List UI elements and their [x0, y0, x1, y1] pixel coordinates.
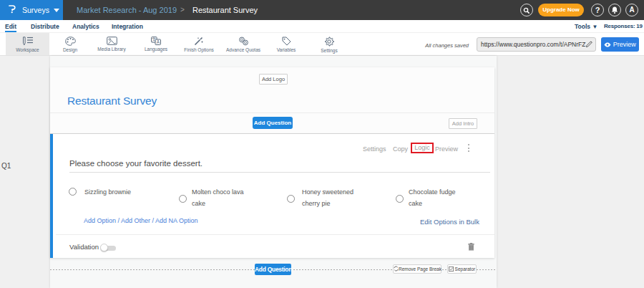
svg-text:A: A — [157, 39, 160, 44]
svg-text:文: 文 — [152, 37, 156, 42]
